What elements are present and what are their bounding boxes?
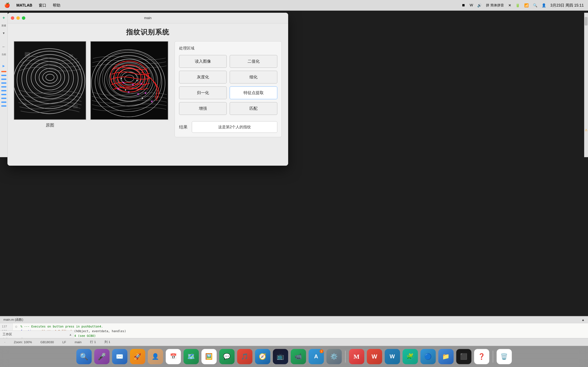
minimize-button[interactable] (16, 16, 20, 20)
original-fingerprint (14, 41, 86, 120)
enhance-button[interactable]: 增强 (179, 102, 227, 115)
controls-panel: 处理区域 读入图像 二值化 灰度化 细化 归一化 特征点提取 增强 匹配 (175, 41, 282, 161)
menubar-window[interactable]: 窗口 (39, 3, 46, 8)
dock-settings[interactable]: ⚙️ (326, 349, 342, 364)
menubar-audio-icon: 🔊 (477, 3, 482, 8)
dock-finder[interactable]: 🔍 (76, 349, 92, 364)
dock-tv[interactable]: 📺 (273, 349, 288, 364)
workarea-expand[interactable]: ▲ (69, 333, 72, 336)
file-name: main (75, 340, 82, 344)
status-dot: - (4, 340, 5, 344)
dock-browser[interactable]: 🔵 (420, 349, 436, 364)
window-content: 指纹识别系统 (8, 23, 288, 166)
code-args-1: (hObject, eventdata, handles) (74, 329, 126, 334)
sidebar-dropdown-icon[interactable]: ▼ (1, 30, 7, 36)
dock-facetime[interactable]: 📹 (291, 349, 306, 364)
dock-matlab[interactable]: M (349, 349, 364, 364)
code-line-1: ○ % --- Executes on button press in push… (15, 324, 585, 329)
svg-point-46 (117, 88, 119, 90)
dock-trash[interactable]: 🗑️ (497, 349, 512, 364)
menubar: 🍎 MATLAB 窗口 帮助 ⏹ W 🔊 拼 简体拼音 ✕ 🔋 📶 🔍 👤 3月… (0, 0, 588, 11)
binarize-button[interactable]: 二值化 (230, 55, 277, 68)
dock-appstore[interactable]: A 1 (309, 349, 324, 364)
sidebar-expand-icon[interactable]: ▶ (1, 63, 7, 69)
menubar-time: 3月23日 周四 15:11 (550, 3, 584, 8)
code-editor: main.m (函数) ▲ 137 138 139 ○ % --- Execut… (0, 316, 588, 342)
svg-point-49 (125, 89, 126, 91)
dock-photos[interactable]: 🖼️ (201, 349, 217, 364)
dock-word[interactable]: W (385, 349, 400, 364)
processed-fingerprint (90, 41, 168, 120)
read-image-button[interactable]: 读入图像 (179, 55, 227, 68)
encoding: GB18030 (40, 340, 54, 344)
app-title: 指纹识别系统 (126, 28, 170, 37)
original-label: 原图 (46, 122, 54, 128)
dock-puzzle[interactable]: 🧩 (403, 349, 418, 364)
dock-screencap[interactable]: ⬛ (456, 349, 471, 364)
right-scrollbar[interactable]: ⚠ (584, 13, 588, 157)
dock-divider (345, 351, 346, 363)
svg-point-42 (128, 91, 130, 93)
menubar-help[interactable]: 帮助 (53, 3, 61, 8)
svg-point-48 (137, 80, 138, 81)
dock-contacts[interactable]: 👤 (148, 349, 163, 364)
dock-music[interactable]: 🎵 (237, 349, 252, 364)
main-window: main 指纹识别系统 (8, 13, 288, 166)
dock: 🔍 🎤 ✉️ 🚀 👤 📅 🗺️ 🖼️ 💬 🎵 🧭 📺 📹 A 1 ⚙️ (0, 346, 588, 367)
apple-menu[interactable]: 🍎 (4, 2, 10, 8)
dock-calendar[interactable]: 📅 (166, 349, 181, 364)
status-bar: - Zoom: 100% GB18030 LF main 行 1 列 1 (0, 338, 588, 346)
warning-icon: ⚠ (585, 128, 588, 132)
menubar-wifi-icon: 📶 (524, 3, 529, 8)
sidebar-new-label: 新建 (1, 23, 7, 28)
dock-wps[interactable]: W (367, 349, 382, 364)
code-header: main.m (函数) ▲ (0, 317, 588, 323)
normalize-button[interactable]: 归一化 (179, 86, 227, 99)
dock-maps[interactable]: 🗺️ (183, 349, 199, 364)
processing-area: 处理区域 读入图像 二值化 灰度化 细化 归一化 特征点提取 增强 匹配 (175, 41, 282, 137)
matlab-sidebar: + 新建 ▼ ← 当前 ▶ (0, 13, 8, 157)
svg-point-40 (132, 84, 134, 86)
original-panel: 原图 (14, 41, 86, 128)
close-button[interactable] (11, 16, 14, 20)
dock-messages[interactable]: 💬 (219, 349, 234, 364)
sidebar-current-icon: 当前 (1, 51, 7, 57)
svg-rect-16 (25, 52, 30, 57)
maximize-button[interactable] (22, 16, 25, 20)
dock-help[interactable]: ❓ (474, 349, 489, 364)
collapse-icon[interactable]: ▲ (581, 318, 585, 322)
menubar-input-method[interactable]: 拼 简体拼音 (486, 3, 504, 8)
dock-siri[interactable]: 🎤 (94, 349, 110, 364)
svg-rect-17 (69, 54, 73, 57)
col-indicator: 列 1 (104, 340, 110, 344)
window-controls (11, 16, 25, 20)
area-title: 处理区域 (179, 46, 277, 51)
grayscale-button[interactable]: 灰度化 (179, 71, 227, 83)
match-button[interactable]: 匹配 (230, 102, 277, 115)
sidebar-back-icon[interactable]: ← (1, 44, 7, 50)
dock-files[interactable]: 📁 (438, 349, 454, 364)
menubar-battery-icon: 🔋 (516, 3, 520, 8)
thin-button[interactable]: 细化 (230, 71, 277, 83)
code-header-right: ▲ (581, 318, 585, 322)
svg-point-43 (137, 93, 139, 95)
svg-point-44 (145, 92, 146, 94)
menubar-control-icon[interactable]: 👤 (542, 3, 546, 8)
code-comment-1: % --- Executes on button press in pushbu… (20, 324, 103, 329)
code-line-2: ○ function pushbutton4_Callback (hObject… (15, 329, 585, 334)
row-indicator: 行 1 (90, 340, 96, 344)
button-grid: 读入图像 二值化 灰度化 细化 归一化 特征点提取 增强 匹配 (179, 55, 277, 115)
svg-point-39 (122, 82, 124, 83)
result-area: 结果 这是第2个人的指纹 (179, 121, 277, 133)
dock-launchpad[interactable]: 🚀 (130, 349, 145, 364)
extract-button[interactable]: 特征点提取 (230, 86, 277, 99)
svg-point-41 (140, 83, 142, 84)
dock-mail[interactable]: ✉️ (112, 349, 127, 364)
menubar-matlab[interactable]: MATLAB (16, 3, 32, 8)
svg-point-50 (142, 98, 143, 99)
dock-safari[interactable]: 🧭 (255, 349, 270, 364)
menubar-search-icon[interactable]: 🔍 (533, 3, 537, 8)
code-header-title: main.m (函数) (3, 318, 23, 322)
sidebar-new-icon[interactable]: + (1, 15, 7, 21)
svg-rect-18 (73, 105, 78, 108)
